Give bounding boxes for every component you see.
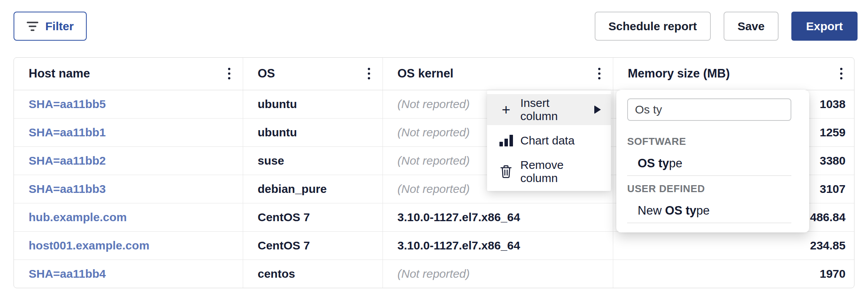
host-link[interactable]: SHA=aa11bb3 <box>29 182 106 195</box>
section-heading-user-defined: USER DEFINED <box>627 183 791 194</box>
host-link[interactable]: SHA=aa11bb5 <box>29 98 106 110</box>
host-link[interactable]: SHA=aa11bb2 <box>29 154 106 167</box>
column-header-memory-size: Memory size (MB) <box>613 58 854 90</box>
menu-item-label: Chart data <box>520 134 575 147</box>
filter-icon <box>27 22 38 31</box>
host-cell: SHA=aa11bb4 <box>14 260 243 288</box>
save-button[interactable]: Save <box>724 12 779 41</box>
column-header-os: OS <box>243 58 383 90</box>
menu-item-remove-column[interactable]: Remove column <box>487 156 611 187</box>
host-cell: hub.example.com <box>14 203 243 231</box>
host-cell: SHA=aa11bb2 <box>14 146 243 175</box>
section-heading-software: SOFTWARE <box>627 136 791 147</box>
table-row: SHA=aa11bb4 centos (Not reported) 1970 <box>14 260 854 288</box>
column-header-menu: + Insert column Chart data Remove column <box>487 90 611 191</box>
host-cell: SHA=aa11bb5 <box>14 90 243 118</box>
caret-right-icon <box>594 105 601 114</box>
trash-icon <box>497 165 515 179</box>
column-label: OS kernel <box>398 67 454 81</box>
host-cell: host001.example.com <box>14 231 243 260</box>
menu-item-chart-data[interactable]: Chart data <box>487 125 611 156</box>
kebab-icon[interactable] <box>595 65 604 83</box>
column-header-os-kernel: OS kernel <box>383 58 613 90</box>
menu-item-label: Insert column <box>520 96 587 123</box>
table-row: host001.example.com CentOS 7 3.10.0-1127… <box>14 231 854 260</box>
kernel-cell: 3.10.0-1127.el7.x86_64 <box>383 203 613 231</box>
chart-icon <box>497 135 515 146</box>
export-button[interactable]: Export <box>791 12 858 41</box>
column-label: Memory size (MB) <box>628 67 730 81</box>
os-cell: centos <box>243 260 383 288</box>
column-label: OS <box>258 67 275 81</box>
toolbar-actions: Schedule report Save Export <box>595 12 858 41</box>
memory-cell: 1970 <box>613 260 854 288</box>
kebab-icon[interactable] <box>365 65 373 83</box>
os-cell: ubuntu <box>243 118 383 146</box>
menu-item-insert-column[interactable]: + Insert column <box>487 94 611 125</box>
toolbar: Filter Schedule report Save Export <box>0 0 868 41</box>
os-cell: ubuntu <box>243 90 383 118</box>
kebab-icon[interactable] <box>225 65 233 83</box>
divider <box>627 223 791 223</box>
host-link[interactable]: host001.example.com <box>29 239 149 252</box>
column-header-host-name: Host name <box>14 58 243 90</box>
option-os-type[interactable]: OS type <box>627 156 791 170</box>
os-cell: debian_pure <box>243 175 383 203</box>
filter-button[interactable]: Filter <box>14 12 87 41</box>
menu-item-label: Remove column <box>520 158 601 185</box>
kebab-icon[interactable] <box>837 65 846 83</box>
host-link[interactable]: SHA=aa11bb4 <box>29 267 106 280</box>
host-cell: SHA=aa11bb1 <box>14 118 243 146</box>
kernel-cell: (Not reported) <box>383 260 613 288</box>
header-row: Host name OS OS kernel Memory size (MB) <box>14 58 854 90</box>
column-label: Host name <box>29 67 90 81</box>
filter-label: Filter <box>45 20 74 33</box>
os-cell: suse <box>243 146 383 175</box>
host-link[interactable]: hub.example.com <box>29 211 127 223</box>
plus-icon: + <box>497 102 515 117</box>
insert-column-popover: SOFTWARE OS type USER DEFINED New OS typ… <box>616 90 809 232</box>
os-cell: CentOS 7 <box>243 203 383 231</box>
memory-cell: 234.85 <box>613 231 854 260</box>
kernel-cell: 3.10.0-1127.el7.x86_64 <box>383 231 613 260</box>
host-link[interactable]: SHA=aa11bb1 <box>29 126 106 139</box>
host-cell: SHA=aa11bb3 <box>14 175 243 203</box>
os-cell: CentOS 7 <box>243 231 383 260</box>
divider <box>627 175 791 176</box>
option-new-os-type[interactable]: New OS type <box>627 204 791 218</box>
schedule-report-button[interactable]: Schedule report <box>595 12 711 41</box>
column-search-input[interactable] <box>627 98 791 121</box>
